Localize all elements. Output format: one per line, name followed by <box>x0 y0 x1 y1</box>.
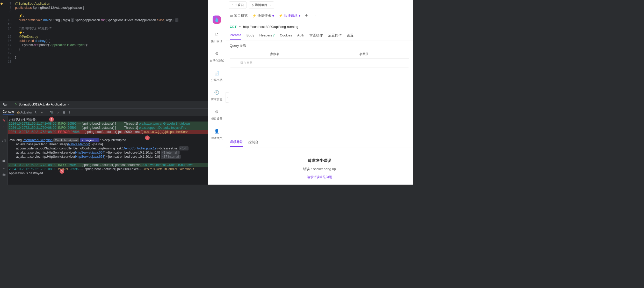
stack-line[interactable]: at jakarta.servlet.http.HttpServlet.serv… <box>8 150 208 155</box>
code-line[interactable]: // 关闭时执行销毁操作 <box>15 26 208 31</box>
config-tab[interactable]: Cookies <box>280 33 292 39</box>
url-input[interactable] <box>243 25 409 29</box>
request-tab[interactable]: ⚡快捷请求 <box>279 13 300 18</box>
main-window-tab[interactable]: ⌂ 主窗口 <box>229 1 247 9</box>
layout-icon[interactable]: ⊞ <box>62 111 65 114</box>
config-tab[interactable]: 前置操作 <box>309 33 323 40</box>
window-tabs: ⌂ 主窗口 ⎋ 示例项目 × <box>226 0 413 10</box>
up-icon[interactable]: ↑ <box>3 125 5 129</box>
unsaved-dot-icon <box>272 15 274 17</box>
log-line: 2024-10-29T21:50:21.782+08:00 WARN 26596… <box>8 167 208 171</box>
code-line[interactable]: public class SpringBoot312ActuatorApplic… <box>15 6 208 10</box>
create-breakpoint-pill[interactable]: Create breakpoint <box>53 138 79 142</box>
sidebar-item[interactable]: 📄分享文档 <box>211 69 222 82</box>
bolt-icon: ⚡ <box>279 14 283 18</box>
request-tab[interactable]: ▭项目概览 <box>230 13 248 18</box>
sidebar-icon: 🕐 <box>213 88 221 96</box>
code-line[interactable]: System.out.println("Application is destr… <box>15 43 208 47</box>
sidebar-item[interactable]: 🕐请求历史 <box>211 88 222 101</box>
scroll-end-icon[interactable]: ⤓ <box>2 165 5 170</box>
stack-line[interactable]: at jakarta.servlet.http.HttpServlet.serv… <box>8 155 208 159</box>
filter-icon[interactable]: ✎ <box>2 118 5 123</box>
down-icon[interactable]: ↓ <box>3 132 5 136</box>
code-editor[interactable]: 7▶89▶10131415161718192021 @SpringBootApp… <box>0 0 208 101</box>
code-line[interactable] <box>15 10 208 14</box>
run-config-tab[interactable]: ↻ SpringBoot312ActuatorApplication × <box>12 101 72 108</box>
error-message: 错误：socket hang up <box>303 167 336 171</box>
response-tabs: 请求异常控制台 <box>226 139 413 148</box>
line-number: 7 <box>0 2 13 6</box>
stack-line[interactable]: at com.coderjia.boot3actuator.controller… <box>8 146 208 150</box>
code-line[interactable]: public static void main(String[] args) {… <box>15 18 208 22</box>
example-project-tab[interactable]: ⎋ 示例项目 × <box>249 1 274 9</box>
close-icon[interactable]: × <box>270 3 271 7</box>
run-body: ✎ ↑ ↓ ↓§ ↑ ↓ ⇉ ⤓ 🖶 开始执行耗时任务...12024-10-2… <box>0 116 208 185</box>
scroll-up-icon[interactable]: ↑ <box>3 145 5 149</box>
unsaved-dot-icon <box>299 15 300 17</box>
exception-line: java.lang.InterruptedException Create br… <box>8 138 208 142</box>
close-icon[interactable]: × <box>68 103 69 106</box>
print-icon[interactable]: 🖶 <box>2 172 6 176</box>
config-tab[interactable]: Headers7 <box>259 33 274 39</box>
home-icon: ⌂ <box>231 3 233 7</box>
console-line: Application is destroyed3 <box>8 171 208 175</box>
add-param-row[interactable]: 添加参数 <box>230 59 409 67</box>
sidebar-icon: ⚙ <box>213 49 221 58</box>
config-tab[interactable]: Body <box>247 33 254 39</box>
stop-icon[interactable]: ■ <box>41 111 42 114</box>
scroll-down-icon[interactable]: ↓ <box>3 152 5 156</box>
breakpoint-icon[interactable] <box>1 3 3 5</box>
sidebar-item[interactable]: 🗂接口管理 <box>211 30 222 43</box>
config-tab[interactable]: 设置 <box>347 33 353 40</box>
run-config-label: SpringBoot312ActuatorApplication <box>19 103 66 106</box>
tab-label: 快捷请求 <box>284 13 298 18</box>
code-line[interactable] <box>15 22 208 26</box>
run-panel-header: Run ↻ SpringBoot312ActuatorApplication × <box>0 101 208 109</box>
stack-line[interactable]: at java.base/java.lang.Thread.sleep(Nati… <box>8 142 208 146</box>
lingma-pill[interactable]: ✦ Lingma → <box>80 138 99 142</box>
line-number: ▶10 <box>0 18 13 22</box>
export-icon[interactable]: ↗ <box>57 111 59 114</box>
response-tab[interactable]: 请求异常 <box>230 140 243 147</box>
console-output[interactable]: 开始执行耗时任务...12024-10-29T21:50:11.741+08:0… <box>8 116 208 185</box>
col-name: 参数名 <box>230 50 320 58</box>
code-line[interactable]: ⚡▸ <box>15 14 208 18</box>
collapse-sidebar-icon[interactable]: ‹ <box>226 92 229 103</box>
ide-pane: 7▶89▶10131415161718192021 @SpringBootApp… <box>0 0 208 185</box>
console-tab[interactable]: Console <box>3 110 14 115</box>
rerun-icon[interactable]: ↻ <box>35 111 38 114</box>
code-line[interactable]: @PreDestroy <box>15 35 208 39</box>
config-tab[interactable]: Params <box>230 33 241 40</box>
sidebar-item[interactable]: ⚙自动化测试 <box>210 49 224 63</box>
wrap-icon[interactable]: ⇉ <box>2 159 5 163</box>
code-line[interactable]: } <box>15 47 208 51</box>
code-line[interactable] <box>15 51 208 55</box>
code-line[interactable]: public void destroy() { <box>15 39 208 43</box>
method-dropdown-icon[interactable]: ▾ <box>239 25 241 28</box>
line-number: 16 <box>0 39 13 43</box>
response-tab[interactable]: 控制台 <box>248 140 258 147</box>
more-icon[interactable]: ⋮ <box>68 111 71 114</box>
add-param-placeholder: 添加参数 <box>230 59 323 67</box>
error-help-link[interactable]: 请求错误常见问题 <box>307 175 332 179</box>
config-tab[interactable]: 后置操作 <box>328 33 342 40</box>
camera-icon[interactable]: 📷 <box>50 111 54 114</box>
sort-icon[interactable]: ↓§ <box>2 139 6 143</box>
sidebar-item[interactable]: ⚙项目设置 <box>211 108 222 121</box>
more-tabs-icon[interactable]: ⋯ <box>313 14 316 18</box>
sidebar-item[interactable]: 👤邀请成员 <box>211 127 222 140</box>
config-tab[interactable]: Auth <box>297 33 304 39</box>
code-line[interactable] <box>15 59 208 64</box>
request-tab[interactable]: ⚡快捷请求 <box>252 13 274 18</box>
code-line[interactable]: } <box>15 55 208 59</box>
code-line[interactable]: ⚡▸ <box>15 31 208 35</box>
code-line[interactable]: @SpringBootApplication <box>15 2 208 6</box>
sidebar-item[interactable]: 💧 <box>213 16 221 24</box>
http-method[interactable]: GET <box>230 25 237 29</box>
line-number <box>0 31 13 35</box>
code-area[interactable]: @SpringBootApplicationpublic class Sprin… <box>13 0 208 101</box>
sidebar-icon: 📄 <box>213 69 221 77</box>
example-project-label: 示例项目 <box>255 3 267 7</box>
add-tab-button[interactable]: + <box>305 13 308 18</box>
actuator-tab[interactable]: ◐ Actuator <box>17 111 32 114</box>
